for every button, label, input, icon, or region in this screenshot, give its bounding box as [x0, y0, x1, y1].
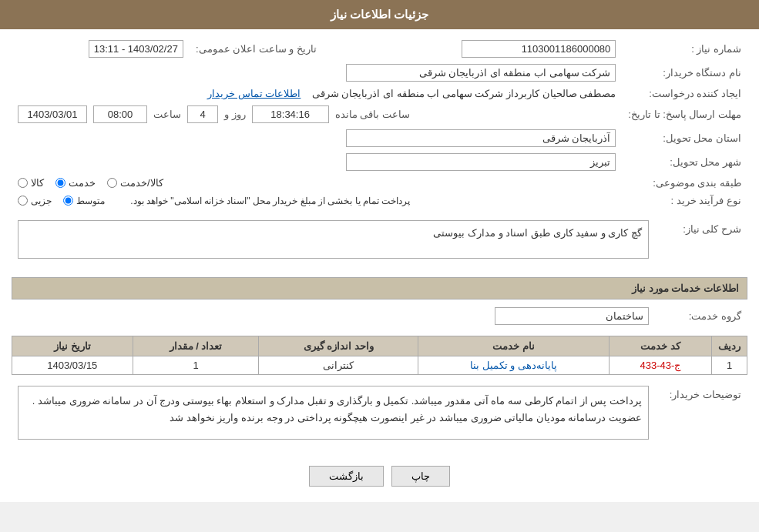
th-radif: ردیف	[712, 336, 747, 356]
tozihat-value-cell: پرداخت پس از اتمام کارطی سه ماه آتی مقدو…	[12, 383, 655, 450]
gorohe-table: گروه خدمت: ساختمان	[12, 304, 747, 328]
radio-motavaset[interactable]: متوسط	[63, 196, 105, 206]
sharh-box: گچ کاری و سفید کاری طبق اسناد و مدارک بی…	[18, 220, 649, 259]
daststgah-input-box: شرکت سهامی اب منطقه ای اذربایجان شرقی	[346, 64, 616, 82]
th-date: تاریخ نیاز	[12, 336, 133, 356]
mohlat-row: ساعت باقی مانده 18:34:16 روز و 4 ساعت 08…	[12, 102, 622, 126]
mohlat-time-box: 18:34:16	[252, 105, 329, 123]
th-count: تعداد / مقدار	[133, 336, 259, 356]
back-button[interactable]: بازگشت	[309, 466, 384, 487]
cell-unit: کنترانی	[259, 356, 418, 375]
top-info-table: شماره نیاز : 1103001186000080 تاریخ و سا…	[12, 37, 747, 209]
tozihat-box: پرداخت پس از اتمام کارطی سه ماه آتی مقدو…	[18, 386, 649, 440]
shahr-input-box: تبریز	[346, 153, 616, 171]
gorohe-value-cell: ساختمان	[12, 304, 655, 328]
daststgah-value: شرکت سهامی اب منطقه ای اذربایجان شرقی	[12, 61, 622, 85]
shomara-value: 1103001186000080	[346, 37, 622, 61]
tabaghe-row: کالا/خدمت خدمت کالا	[12, 174, 622, 192]
th-unit: واحد اندازه گیری	[259, 336, 418, 356]
khadamat-section-title: اطلاعات خدمات مورد نیاز	[12, 277, 747, 299]
shahr-label: شهر محل تحویل:	[622, 150, 747, 174]
mohlat-saat-box: 08:00	[93, 105, 147, 123]
cell-count: 1	[133, 356, 259, 375]
radio-kala-khadmat[interactable]: کالا/خدمت	[107, 177, 163, 189]
sharh-label: شرح کلی نیاز:	[655, 217, 747, 269]
ostan-value: آذربایجان شرقی	[12, 126, 622, 150]
ostan-label: استان محل تحویل:	[622, 126, 747, 150]
gorohe-input-box: ساختمان	[495, 307, 649, 325]
radio-khadmat[interactable]: خدمت	[55, 177, 96, 189]
shomara-label: شماره نیاز :	[622, 37, 747, 61]
services-table: ردیف کد خدمت نام خدمت واحد اندازه گیری ت…	[12, 336, 747, 375]
mohlat-saat-label: ساعت	[153, 109, 181, 120]
mohlat-date-box: 1403/03/01	[18, 105, 87, 123]
mohlat-label: مهلت ارسال پاسخ: تا تاریخ:	[622, 102, 747, 126]
page-header: جزئیات اطلاعات نیاز	[0, 0, 759, 29]
mohlat-roz-box: 4	[187, 105, 218, 123]
mohlat-roz-label: روز و	[224, 109, 246, 120]
page-content: شماره نیاز : 1103001186000080 تاریخ و سا…	[0, 29, 759, 502]
farayand-label: نوع فرآیند خرید :	[622, 192, 747, 209]
buttons-row: چاپ بازگشت	[12, 458, 747, 494]
tozihat-table: توضیحات خریدار: پرداخت پس از اتمام کارطی…	[12, 383, 747, 450]
creator-value: مصطفی صالحیان کاربرداز شرکت سهامی اب منط…	[12, 85, 622, 102]
table-row: 1 ج-43-433 پایانه‌دهی و تکمیل بنا کنتران…	[12, 356, 747, 375]
gorohe-label: گروه خدمت:	[655, 304, 747, 328]
tarikh-value: 1403/02/27 - 13:11	[12, 37, 190, 61]
shahr-value: تبریز	[12, 150, 622, 174]
farayand-text: پرداخت تمام یا بخشی از مبلغ خریدار محل "…	[130, 196, 410, 206]
cell-date: 1403/03/15	[12, 356, 133, 375]
sharh-value-cell: گچ کاری و سفید کاری طبق اسناد و مدارک بی…	[12, 217, 655, 269]
creator-label: ایجاد کننده درخواست:	[622, 85, 747, 102]
tozihat-label: توضیحات خریدار:	[655, 383, 747, 450]
radio-kala[interactable]: کالا	[18, 177, 44, 189]
tabaghe-label: طبقه بندی موضوعی:	[622, 174, 747, 192]
farayand-row: پرداخت تمام یا بخشی از مبلغ خریدار محل "…	[12, 192, 622, 209]
cell-name: پایانه‌دهی و تکمیل بنا	[418, 356, 609, 375]
th-code: کد خدمت	[609, 336, 711, 356]
print-button[interactable]: چاپ	[391, 466, 450, 487]
daststgah-label: نام دستگاه خریدار:	[622, 61, 747, 85]
contact-link[interactable]: اطلاعات تماس خریدار	[207, 88, 301, 99]
header-title: جزئیات اطلاعات نیاز	[331, 8, 428, 21]
cell-radif: 1	[712, 356, 747, 375]
mohlat-mande-label: ساعت باقی مانده	[335, 109, 410, 120]
cell-code: ج-43-433	[609, 356, 711, 375]
ostan-input-box: آذربایجان شرقی	[346, 129, 616, 147]
radio-jozi[interactable]: جزیی	[18, 196, 52, 206]
sharh-table: شرح کلی نیاز: گچ کاری و سفید کاری طبق اس…	[12, 217, 747, 269]
shomara-input-box: 1103001186000080	[462, 40, 616, 58]
tarikh-label: تاریخ و ساعت اعلان عمومی:	[190, 37, 323, 61]
main-container: جزئیات اطلاعات نیاز شماره نیاز : 1103001…	[0, 0, 759, 502]
tarikh-input-box: 1403/02/27 - 13:11	[89, 40, 183, 58]
th-name: نام خدمت	[418, 336, 609, 356]
